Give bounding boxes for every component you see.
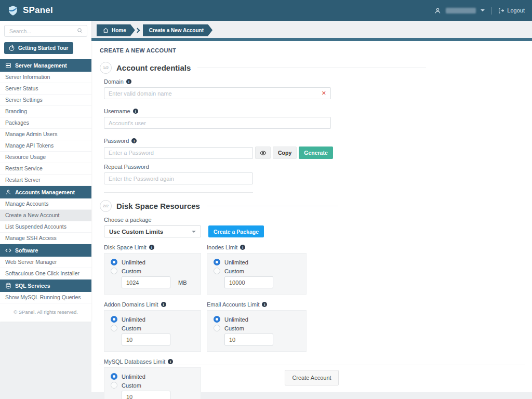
footer-divider <box>99 365 525 365</box>
create-package-button[interactable]: Create a Package <box>208 225 264 237</box>
addon-domains-limit-input[interactable] <box>122 334 170 345</box>
sidebar-item-restart-service[interactable]: Restart Service <box>0 163 91 175</box>
show-password-button[interactable] <box>255 147 271 159</box>
addon-domains-custom-option[interactable]: Custom <box>111 325 196 331</box>
sidebar-item-packages[interactable]: Packages <box>0 117 91 129</box>
disk-space-limit-input[interactable] <box>122 276 170 288</box>
repeat-password-label-row: Repeat Password <box>104 164 525 170</box>
mysql-databases-limit-input[interactable] <box>122 391 170 399</box>
tour-button-label: Getting Started Tour <box>18 45 68 51</box>
sidebar-item-resource-usage[interactable]: Resource Usage <box>0 152 91 163</box>
sidebar-item-web-server-manager[interactable]: Web Server Manager <box>0 257 91 268</box>
copy-password-button[interactable]: Copy <box>273 147 297 159</box>
radio-selected[interactable] <box>111 259 117 265</box>
radio-unselected[interactable] <box>111 268 117 274</box>
sidebar-section-server-management[interactable]: Server Management <box>0 59 91 72</box>
breadcrumb-home-label: Home <box>112 28 126 33</box>
breadcrumb-current-label: Create a New Account <box>149 28 204 33</box>
section-rule <box>197 68 426 68</box>
disk-space-custom-option[interactable]: Custom <box>111 268 196 274</box>
radio-label: Unlimited <box>224 316 248 323</box>
eye-icon <box>260 150 267 156</box>
topbar: SPanel Logout <box>0 0 532 21</box>
breadcrumb-current[interactable]: Create a New Account <box>143 24 212 36</box>
main-content: Home Create a New Account CREATE A NEW A… <box>91 21 532 392</box>
radio-unselected[interactable] <box>214 268 220 274</box>
logout-button[interactable]: Logout <box>498 7 525 14</box>
sidebar-item-server-status[interactable]: Server Status <box>0 83 91 95</box>
sidebar-item-server-settings[interactable]: Server Settings <box>0 95 91 106</box>
package-selected-value: Use Custom Limits <box>109 229 163 235</box>
password-input[interactable] <box>104 147 253 159</box>
section-end-divider <box>104 192 253 193</box>
radio-selected[interactable] <box>214 316 220 323</box>
sidebar-item-manage-accounts[interactable]: Manage Accounts <box>0 198 91 210</box>
email-accounts-custom-option[interactable]: Custom <box>214 325 302 331</box>
package-select[interactable]: Use Custom Limits <box>104 225 201 237</box>
sidebar-section-accounts-management[interactable]: Accounts Management <box>0 186 91 198</box>
sidebar-section-software[interactable]: Software <box>0 244 91 257</box>
info-icon[interactable]: i <box>262 302 267 307</box>
sidebar-item-manage-api-tokens[interactable]: Manage API Tokens <box>0 140 91 152</box>
radio-label: Custom <box>224 268 244 274</box>
email-accounts-limit-label-row: Email Accounts Limit i <box>207 301 307 308</box>
breadcrumb-home[interactable]: Home <box>97 24 135 36</box>
domain-input[interactable] <box>104 87 331 99</box>
info-icon[interactable]: i <box>161 302 166 307</box>
radio-unselected[interactable] <box>111 325 117 331</box>
inodes-custom-option[interactable]: Custom <box>214 268 302 274</box>
section-disk-space-resources: 2/2 Disk Space Resources <box>99 200 525 212</box>
sidebar-item-branding[interactable]: Branding <box>0 106 91 117</box>
sidebar-item-softaculous-one-click-installer[interactable]: Softaculous One Click Installer <box>0 268 91 280</box>
info-icon[interactable]: i <box>149 245 154 250</box>
user-menu-caret-icon[interactable] <box>481 9 485 11</box>
username-label-row: Username i <box>104 108 525 114</box>
sidebar-item-list-suspended-accounts[interactable]: List Suspended Accounts <box>0 221 91 233</box>
page-title: CREATE A NEW ACCOUNT <box>99 46 525 57</box>
limit-label: Disk Space Limit <box>104 244 147 250</box>
sidebar-item-show-mysql-running-queries[interactable]: Show MySQL Running Queries <box>0 292 91 303</box>
sidebar-item-restart-server[interactable]: Restart Server <box>0 175 91 186</box>
info-icon[interactable]: i <box>168 359 173 364</box>
inodes-limit-panel: Unlimited Custom <box>207 253 307 295</box>
sidebar-item-server-information[interactable]: Server Information <box>0 72 91 83</box>
radio-label: Unlimited <box>122 316 145 323</box>
user-name-redacted[interactable] <box>446 8 476 14</box>
sidebar-item-create-a-new-account[interactable]: Create a New Account <box>0 210 91 221</box>
sidebar-item-manage-admin-users[interactable]: Manage Admin Users <box>0 129 91 140</box>
inodes-limit-input[interactable] <box>224 276 273 288</box>
choose-package-label: Choose a package <box>104 217 152 223</box>
generate-password-button[interactable]: Generate <box>299 147 333 159</box>
breadcrumb: Home Create a New Account <box>91 21 532 36</box>
radio-selected[interactable] <box>214 259 220 265</box>
email-accounts-unlimited-option[interactable]: Unlimited <box>214 316 302 323</box>
getting-started-tour-button[interactable]: Getting Started Tour <box>4 42 73 54</box>
repeat-password-input[interactable] <box>104 172 253 184</box>
compass-icon <box>8 45 15 51</box>
email-accounts-limit-input[interactable] <box>224 334 273 345</box>
info-icon[interactable]: i <box>126 79 131 84</box>
section-rule <box>207 206 338 206</box>
username-input[interactable] <box>104 117 331 129</box>
addon-domains-unlimited-option[interactable]: Unlimited <box>111 316 196 323</box>
section-label: Server Management <box>15 62 67 69</box>
info-icon[interactable]: i <box>240 245 245 250</box>
domain-label-row: Domain i <box>104 78 525 85</box>
section-title: Disk Space Resources <box>116 202 200 210</box>
radio-unselected[interactable] <box>214 325 220 331</box>
database-icon <box>5 283 11 289</box>
domain-label: Domain <box>104 78 124 85</box>
sidebar-footer: © SPanel. All rights reserved. <box>0 303 91 322</box>
info-icon[interactable]: i <box>133 109 138 114</box>
inodes-limit-label-row: Inodes Limit i <box>207 244 307 250</box>
inodes-unlimited-option[interactable]: Unlimited <box>214 259 302 265</box>
search-input[interactable] <box>4 25 87 37</box>
disk-space-unlimited-option[interactable]: Unlimited <box>111 259 196 265</box>
sidebar-section-sql-services[interactable]: SQL Services <box>0 280 91 292</box>
password-label-row: Password i <box>104 138 525 144</box>
create-account-button[interactable]: Create Account <box>285 370 338 385</box>
limit-label: MySQL Databases Limit <box>104 358 165 365</box>
radio-selected[interactable] <box>111 316 117 323</box>
sidebar-item-manage-ssh-access[interactable]: Manage SSH Access <box>0 233 91 244</box>
info-icon[interactable]: i <box>131 138 137 143</box>
